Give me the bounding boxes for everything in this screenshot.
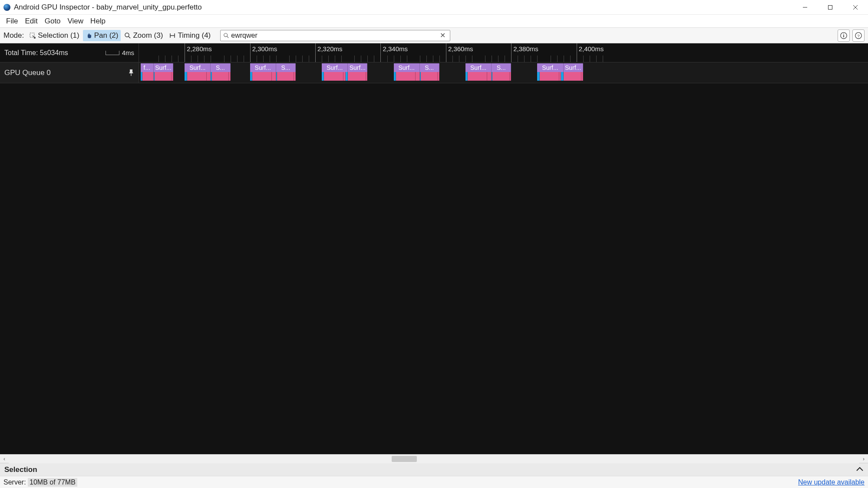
- ruler-minor-tick: [198, 56, 198, 62]
- sub-event[interactable]: [294, 72, 296, 81]
- menu-edit[interactable]: Edit: [21, 15, 41, 27]
- surface-event[interactable]: Surf...: [465, 63, 492, 72]
- timeline-empty-area[interactable]: [0, 83, 868, 454]
- horizontal-scrollbar[interactable]: ‹ ›: [0, 454, 868, 463]
- sub-event[interactable]: [487, 72, 492, 81]
- surface-event[interactable]: Surf...: [250, 63, 276, 72]
- ruler-tick-label: 2,400ms: [579, 45, 604, 52]
- app-icon: [3, 4, 10, 11]
- ruler-ticks[interactable]: 2,280ms2,300ms2,320ms2,340ms2,360ms2,380…: [139, 43, 868, 62]
- ruler-minor-tick: [485, 56, 485, 62]
- sub-event[interactable]: [272, 72, 276, 81]
- mode-timing-button[interactable]: Timing (4): [166, 30, 213, 41]
- menu-view[interactable]: View: [64, 15, 87, 27]
- mode-selection-button[interactable]: Selection (1): [26, 30, 82, 41]
- surface-event[interactable]: S...: [276, 63, 296, 72]
- ruler-minor-tick: [433, 56, 433, 62]
- svg-point-5: [125, 33, 129, 37]
- sub-event[interactable]: [396, 72, 416, 81]
- help-button[interactable]: ?: [852, 29, 865, 42]
- sub-event[interactable]: [581, 72, 583, 81]
- clear-search-button[interactable]: ✕: [438, 31, 447, 39]
- sub-event[interactable]: [438, 72, 439, 81]
- time-ruler[interactable]: Total Time: 5s034ms 4ms 2,280ms2,300ms2,…: [0, 43, 868, 62]
- surface-event[interactable]: S...: [211, 63, 230, 72]
- sub-event[interactable]: [492, 72, 509, 81]
- event-group[interactable]: Surf...S...: [465, 63, 511, 81]
- surface-event[interactable]: Surf...: [185, 63, 211, 72]
- ruler-minor-tick: [518, 56, 518, 62]
- surface-event[interactable]: Surf...: [322, 63, 348, 72]
- sub-event[interactable]: [366, 72, 368, 81]
- event-group[interactable]: Surf...Surf...: [537, 63, 583, 81]
- minimize-button[interactable]: [792, 0, 818, 15]
- sub-event[interactable]: [229, 72, 231, 81]
- svg-text:?: ?: [857, 33, 860, 38]
- sub-event[interactable]: [207, 72, 211, 81]
- surface-event[interactable]: S...: [492, 63, 511, 72]
- maximize-button[interactable]: [818, 0, 843, 15]
- surface-event[interactable]: f...: [141, 63, 154, 72]
- timeline-view[interactable]: Total Time: 5s034ms 4ms 2,280ms2,300ms2,…: [0, 43, 868, 454]
- ruler-minor-tick: [583, 56, 584, 62]
- menu-goto[interactable]: Goto: [41, 15, 64, 27]
- menu-file[interactable]: File: [3, 15, 21, 27]
- info-button[interactable]: [838, 29, 850, 42]
- mode-pan-button[interactable]: Pan (2): [83, 30, 121, 41]
- pan-icon: [86, 32, 92, 39]
- sub-event[interactable]: [468, 72, 487, 81]
- surface-event[interactable]: Surf...: [394, 63, 420, 72]
- sub-event[interactable]: [324, 72, 343, 81]
- collapse-selection-icon[interactable]: [856, 465, 864, 474]
- sub-event[interactable]: [142, 72, 154, 81]
- ruler-minor-tick: [335, 56, 335, 62]
- ruler-minor-tick: [165, 56, 165, 62]
- update-available-link[interactable]: New update available: [798, 478, 865, 486]
- sub-event[interactable]: [510, 72, 512, 81]
- ruler-minor-tick: [492, 56, 492, 62]
- menu-help[interactable]: Help: [87, 15, 109, 27]
- ruler-minor-tick: [557, 56, 558, 62]
- total-time-label: Total Time: 5s034ms: [4, 49, 68, 57]
- track-events[interactable]: f...Surf...Surf...S...Surf...S...Surf...…: [139, 62, 868, 83]
- scrollbar-track[interactable]: [9, 455, 859, 463]
- ruler-tick-label: 2,320ms: [317, 45, 343, 52]
- sub-event[interactable]: [277, 72, 294, 81]
- sub-event[interactable]: [212, 72, 229, 81]
- sub-event[interactable]: [564, 72, 581, 81]
- search-input[interactable]: [231, 32, 438, 39]
- ruler-info: Total Time: 5s034ms 4ms: [0, 43, 139, 62]
- ruler-minor-tick: [289, 56, 290, 62]
- gpu-queue-track[interactable]: GPU Queue 0 f...Surf...Surf...S...Surf..…: [0, 62, 868, 83]
- event-group[interactable]: Surf...S...: [185, 63, 230, 81]
- ruler-tick-label: 2,360ms: [448, 45, 473, 52]
- ruler-minor-tick: [361, 56, 361, 62]
- track-header[interactable]: GPU Queue 0: [0, 62, 139, 83]
- scale-indicator: 4ms: [106, 49, 134, 56]
- selection-panel-header[interactable]: Selection: [0, 463, 868, 476]
- sub-event[interactable]: [187, 72, 207, 81]
- sub-event[interactable]: [416, 72, 420, 81]
- sub-event[interactable]: [421, 72, 438, 81]
- search-field[interactable]: ✕: [220, 30, 450, 41]
- surface-event[interactable]: Surf...: [537, 63, 563, 72]
- surface-event[interactable]: Surf...: [564, 63, 583, 72]
- close-button[interactable]: [843, 0, 868, 15]
- scroll-right-button[interactable]: ›: [859, 455, 868, 463]
- surface-event[interactable]: S...: [420, 63, 439, 72]
- event-group[interactable]: Surf...S...: [250, 63, 296, 81]
- surface-event[interactable]: Surf...: [154, 63, 173, 72]
- sub-event[interactable]: [540, 72, 559, 81]
- sub-event[interactable]: [348, 72, 366, 81]
- event-group[interactable]: Surf...S...: [394, 63, 439, 81]
- pin-icon[interactable]: [128, 69, 134, 76]
- sub-event[interactable]: [155, 72, 172, 81]
- event-group[interactable]: Surf...Surf...: [322, 63, 367, 81]
- scrollbar-thumb[interactable]: [392, 456, 417, 462]
- scroll-left-button[interactable]: ‹: [0, 455, 9, 463]
- event-group[interactable]: f...Surf...: [141, 63, 173, 81]
- sub-event[interactable]: [172, 72, 173, 81]
- surface-event[interactable]: Surf...: [348, 63, 367, 72]
- mode-zoom-button[interactable]: Zoom (3): [122, 30, 165, 41]
- sub-event[interactable]: [252, 72, 272, 81]
